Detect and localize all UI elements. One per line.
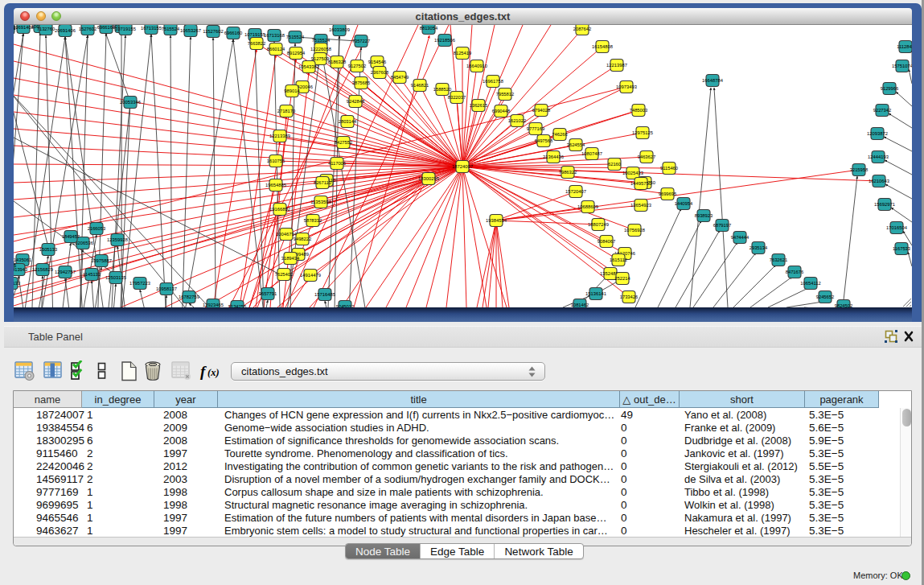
svg-text:1588520: 1588520 bbox=[433, 87, 452, 92]
svg-text:7625402: 7625402 bbox=[275, 272, 294, 277]
svg-text:20053346: 20053346 bbox=[120, 100, 141, 105]
svg-text:1440954: 1440954 bbox=[675, 201, 693, 206]
svg-text:10025433: 10025433 bbox=[622, 171, 643, 175]
svg-text:8427552: 8427552 bbox=[335, 140, 353, 145]
svg-text:19384554: 19384554 bbox=[486, 218, 507, 223]
svg-text:1167533: 1167533 bbox=[893, 246, 910, 251]
svg-text:9699695: 9699695 bbox=[659, 192, 677, 196]
svg-text:18724007: 18724007 bbox=[452, 164, 473, 169]
svg-text:6794028: 6794028 bbox=[532, 108, 551, 113]
svg-text:746266: 746266 bbox=[552, 132, 567, 137]
svg-text:12156829: 12156829 bbox=[32, 267, 53, 272]
svg-text:12226058: 12226058 bbox=[310, 47, 331, 51]
svg-text:16648784: 16648784 bbox=[702, 78, 724, 83]
svg-text:18807249: 18807249 bbox=[588, 222, 609, 227]
svg-text:7632621: 7632621 bbox=[770, 257, 788, 262]
svg-text:8912954: 8912954 bbox=[287, 51, 306, 56]
svg-text:3215958: 3215958 bbox=[850, 167, 869, 172]
svg-text:12213389: 12213389 bbox=[269, 134, 290, 138]
svg-text:19166852: 19166852 bbox=[269, 207, 290, 212]
svg-text:7357227: 7357227 bbox=[352, 39, 371, 43]
svg-text:12093872: 12093872 bbox=[867, 131, 888, 136]
svg-text:12503135: 12503135 bbox=[105, 275, 126, 280]
svg-text:12359928: 12359928 bbox=[107, 237, 128, 242]
svg-text:16154808: 16154808 bbox=[592, 44, 613, 49]
svg-text:17957223: 17957223 bbox=[129, 281, 150, 286]
svg-text:16210643: 16210643 bbox=[869, 179, 889, 183]
svg-text:7986322: 7986322 bbox=[559, 170, 577, 175]
svg-text:10719155: 10719155 bbox=[115, 27, 136, 31]
svg-text:9227342: 9227342 bbox=[873, 108, 892, 113]
svg-text:5878332: 5878332 bbox=[304, 218, 322, 223]
svg-text:8267110: 8267110 bbox=[314, 180, 331, 185]
svg-text:10975887: 10975887 bbox=[91, 258, 112, 263]
svg-text:20691406: 20691406 bbox=[55, 28, 76, 33]
svg-text:1621022: 1621022 bbox=[508, 118, 527, 123]
svg-text:9777169: 9777169 bbox=[527, 126, 545, 131]
svg-text:8125419: 8125419 bbox=[454, 51, 472, 56]
svg-text:18300295: 18300295 bbox=[418, 176, 439, 181]
svg-text:4117006: 4117006 bbox=[328, 161, 346, 166]
svg-text:10543382: 10543382 bbox=[298, 64, 319, 69]
svg-text:3624554: 3624554 bbox=[567, 142, 585, 147]
svg-text:1112843: 1112843 bbox=[897, 44, 912, 49]
svg-text:9084067: 9084067 bbox=[598, 239, 616, 244]
svg-text:1733426: 1733426 bbox=[620, 295, 639, 299]
svg-text:2718170: 2718170 bbox=[277, 109, 296, 113]
svg-text:11527602: 11527602 bbox=[203, 29, 223, 34]
svg-text:12444193: 12444193 bbox=[868, 154, 889, 159]
svg-text:6966160: 6966160 bbox=[224, 31, 243, 35]
svg-text:989014: 989014 bbox=[284, 89, 300, 93]
svg-text:7515524: 7515524 bbox=[162, 27, 180, 31]
svg-text:16713168: 16713168 bbox=[264, 33, 285, 38]
svg-text:62160: 62160 bbox=[608, 162, 621, 167]
svg-text:10654112: 10654112 bbox=[800, 281, 820, 286]
svg-text:3189434: 3189434 bbox=[281, 256, 300, 261]
svg-text:7485003: 7485003 bbox=[630, 108, 648, 113]
svg-text:10756928: 10756928 bbox=[624, 228, 645, 233]
svg-text:7515524: 7515524 bbox=[286, 35, 305, 39]
svg-text:12975125: 12975125 bbox=[632, 130, 653, 135]
svg-text:9129966: 9129966 bbox=[881, 86, 899, 91]
svg-text:8813054: 8813054 bbox=[420, 26, 438, 31]
svg-text:21364436: 21364436 bbox=[543, 154, 564, 159]
svg-text:2087642: 2087642 bbox=[573, 27, 592, 31]
svg-text:6497568: 6497568 bbox=[535, 138, 553, 143]
svg-text:252214: 252214 bbox=[614, 276, 630, 281]
svg-text:16033809: 16033809 bbox=[329, 27, 350, 32]
svg-text:15720407: 15720407 bbox=[565, 189, 586, 194]
svg-text:1650133: 1650133 bbox=[14, 281, 20, 286]
svg-text:16713155: 16713155 bbox=[141, 26, 162, 31]
svg-text:9127502: 9127502 bbox=[348, 64, 367, 68]
svg-text:6990448: 6990448 bbox=[492, 109, 511, 113]
svg-text:8938923: 8938923 bbox=[695, 213, 713, 218]
svg-text:15692971: 15692971 bbox=[874, 202, 895, 207]
svg-text:10653267: 10653267 bbox=[180, 28, 201, 33]
svg-text:f: f bbox=[200, 363, 207, 380]
svg-text:8186328: 8186328 bbox=[328, 60, 347, 64]
svg-text:9154546: 9154546 bbox=[368, 60, 387, 64]
svg-text:12942757: 12942757 bbox=[55, 270, 76, 274]
svg-text:10973493: 10973493 bbox=[616, 84, 637, 89]
svg-text:1615112: 1615112 bbox=[610, 257, 627, 262]
svg-text:8660124: 8660124 bbox=[267, 47, 285, 51]
svg-text:7132760: 7132760 bbox=[37, 27, 55, 31]
svg-text:17016504: 17016504 bbox=[886, 225, 908, 230]
svg-text:8454749: 8454749 bbox=[391, 75, 409, 80]
svg-text:12213987: 12213987 bbox=[606, 63, 627, 68]
svg-text:9463627: 9463627 bbox=[638, 154, 656, 159]
svg-text:1610755: 1610755 bbox=[267, 159, 285, 163]
svg-text:1362615: 1362615 bbox=[470, 103, 488, 108]
svg-text:15136141: 15136141 bbox=[585, 291, 606, 296]
svg-text:(x): (x) bbox=[207, 367, 220, 378]
svg-text:15716485: 15716485 bbox=[314, 292, 335, 297]
svg-text:10807487: 10807487 bbox=[581, 151, 602, 156]
svg-text:14495750: 14495750 bbox=[630, 181, 651, 186]
svg-text:9657791: 9657791 bbox=[259, 291, 277, 296]
svg-text:15751074: 15751074 bbox=[892, 64, 912, 68]
svg-text:7663822: 7663822 bbox=[248, 41, 266, 46]
svg-text:13654923: 13654923 bbox=[630, 203, 651, 208]
svg-text:9474444: 9474444 bbox=[731, 235, 749, 240]
svg-text:2166053: 2166053 bbox=[88, 226, 106, 231]
svg-text:9115460: 9115460 bbox=[660, 166, 678, 171]
